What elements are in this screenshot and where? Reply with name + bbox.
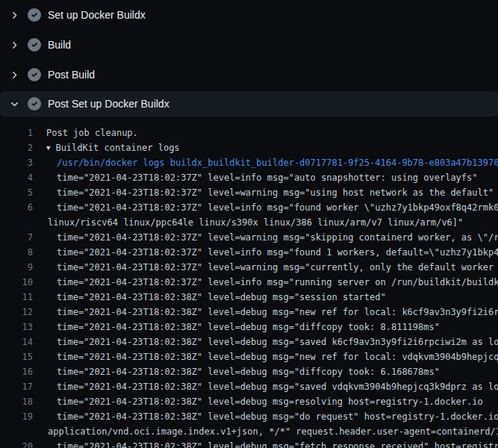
step-label: Post Build — [48, 67, 95, 82]
line-number[interactable]: 6 — [0, 200, 33, 215]
log-text: time="2021-04-23T18:02:38Z" level=debug … — [33, 409, 498, 424]
check-circle-icon — [28, 97, 41, 111]
log-line: 11time="2021-04-23T18:02:38Z" level=debu… — [0, 290, 498, 305]
line-number[interactable]: 2 — [0, 140, 33, 155]
check-circle-icon — [28, 68, 41, 81]
step-label: Post Set up Docker Buildx — [48, 96, 169, 111]
step-list: Set up Docker BuildxBuildPost BuildPost … — [0, 0, 498, 116]
workflow-log-viewer: Set up Docker BuildxBuildPost BuildPost … — [0, 0, 498, 448]
chevron-down-icon — [9, 99, 19, 109]
chevron-right-icon — [9, 10, 19, 20]
log-line: 10time="2021-04-23T18:02:37Z" level=info… — [0, 275, 498, 290]
check-circle-icon — [28, 38, 41, 52]
line-number[interactable]: 15 — [0, 349, 33, 364]
line-number[interactable]: 5 — [0, 185, 33, 200]
line-number[interactable]: 8 — [0, 245, 33, 260]
line-number[interactable]: 7 — [0, 230, 33, 245]
log-line: 6time="2021-04-23T18:02:37Z" level=info … — [0, 200, 498, 215]
log-line: 4time="2021-04-23T18:02:37Z" level=info … — [0, 170, 498, 185]
step-row-post-build[interactable]: Post Build — [0, 60, 498, 90]
log-line: application/vnd.oci.image.index.v1+json,… — [0, 424, 498, 439]
log-lines: 1Post job cleanup.2▼BuildKit container l… — [0, 125, 498, 448]
log-line: 17time="2021-04-23T18:02:38Z" level=debu… — [0, 379, 498, 394]
log-text: Post job cleanup. — [33, 125, 138, 140]
log-line: 3/usr/bin/docker logs buildx_buildkit_bu… — [0, 155, 498, 170]
line-number[interactable]: 1 — [0, 125, 33, 140]
log-line: 12time="2021-04-23T18:02:38Z" level=debu… — [0, 305, 498, 320]
log-text: linux/riscv64 linux/ppc64le linux/s390x … — [33, 215, 463, 230]
log-text: BuildKit container logs — [55, 140, 179, 155]
log-line: 2▼BuildKit container logs — [0, 140, 498, 155]
line-number[interactable]: 9 — [0, 260, 33, 275]
step-row-post-set-up-docker-buildx[interactable]: Post Set up Docker Buildx — [0, 91, 498, 116]
log-text: time="2021-04-23T18:02:37Z" level=warnin… — [33, 230, 498, 245]
log-line: 1Post job cleanup. — [0, 125, 498, 140]
log-text: time="2021-04-23T18:02:38Z" level=debug … — [33, 290, 386, 305]
log-text: time="2021-04-23T18:02:37Z" level=info m… — [33, 170, 478, 185]
line-number[interactable]: 11 — [0, 290, 33, 305]
line-number[interactable]: 12 — [0, 305, 33, 320]
log-line: 9time="2021-04-23T18:02:37Z" level=warni… — [0, 260, 498, 275]
log-line: 8time="2021-04-23T18:02:37Z" level=info … — [0, 245, 498, 260]
log-line: 5time="2021-04-23T18:02:37Z" level=warni… — [0, 185, 498, 200]
step-label: Set up Docker Buildx — [48, 7, 146, 22]
log-area: 1Post job cleanup.2▼BuildKit container l… — [0, 116, 498, 448]
triangle-down-icon[interactable]: ▼ — [46, 140, 50, 155]
log-text: time="2021-04-23T18:02:37Z" level=info m… — [33, 275, 498, 290]
check-circle-icon — [28, 8, 41, 22]
line-number[interactable]: 13 — [0, 320, 33, 335]
log-text: time="2021-04-23T18:02:37Z" level=info m… — [33, 245, 498, 260]
log-text: /usr/bin/docker logs buildx_buildkit_bui… — [33, 155, 498, 170]
line-number[interactable]: 16 — [0, 364, 33, 379]
line-number[interactable]: 14 — [0, 335, 33, 349]
log-line: 19time="2021-04-23T18:02:38Z" level=debu… — [0, 409, 498, 424]
log-text: time="2021-04-23T18:02:38Z" level=debug … — [33, 364, 440, 379]
log-text: time="2021-04-23T18:02:38Z" level=debug … — [33, 394, 483, 409]
log-text: time="2021-04-23T18:02:37Z" level=warnin… — [33, 260, 498, 275]
log-line: 16time="2021-04-23T18:02:38Z" level=debu… — [0, 364, 498, 379]
log-group-header: ▼BuildKit container logs — [33, 140, 180, 155]
log-line: 14time="2021-04-23T18:02:38Z" level=debu… — [0, 335, 498, 349]
log-text: time="2021-04-23T18:02:37Z" level=warnin… — [33, 185, 494, 200]
chevron-right-icon — [9, 40, 19, 50]
log-text: application/vnd.oci.image.index.v1+json,… — [33, 424, 498, 439]
step-row-set-up-docker-buildx[interactable]: Set up Docker Buildx — [0, 0, 498, 30]
log-line: linux/riscv64 linux/ppc64le linux/s390x … — [0, 215, 498, 230]
log-text: time="2021-04-23T18:02:38Z" level=debug … — [33, 379, 498, 394]
log-line: 7time="2021-04-23T18:02:37Z" level=warni… — [0, 230, 498, 245]
line-number[interactable]: 19 — [0, 409, 33, 424]
log-text: time="2021-04-23T18:02:38Z" level=debug … — [33, 349, 498, 364]
log-text: time="2021-04-23T18:02:38Z" level=debug … — [33, 320, 440, 335]
line-number[interactable]: 4 — [0, 170, 33, 185]
log-line: 13time="2021-04-23T18:02:38Z" level=debu… — [0, 320, 498, 335]
step-label: Build — [48, 37, 71, 52]
line-number[interactable]: 10 — [0, 275, 33, 290]
log-text: time="2021-04-23T18:02:38Z" level=debug … — [33, 305, 498, 320]
line-number[interactable]: 17 — [0, 379, 33, 394]
log-line: 20time="2021-04-23T18:02:38Z" level=debu… — [0, 439, 498, 448]
line-number[interactable]: 18 — [0, 394, 33, 409]
log-text: time="2021-04-23T18:02:37Z" level=info m… — [33, 200, 498, 215]
step-row-build[interactable]: Build — [0, 30, 498, 60]
line-number[interactable]: 20 — [0, 439, 33, 448]
line-number[interactable]: 3 — [0, 155, 33, 170]
log-line: 18time="2021-04-23T18:02:38Z" level=debu… — [0, 394, 498, 409]
log-text: time="2021-04-23T18:02:38Z" level=debug … — [33, 439, 498, 448]
log-text: time="2021-04-23T18:02:38Z" level=debug … — [33, 335, 498, 349]
log-line: 15time="2021-04-23T18:02:38Z" level=debu… — [0, 349, 498, 364]
chevron-right-icon — [9, 69, 19, 80]
